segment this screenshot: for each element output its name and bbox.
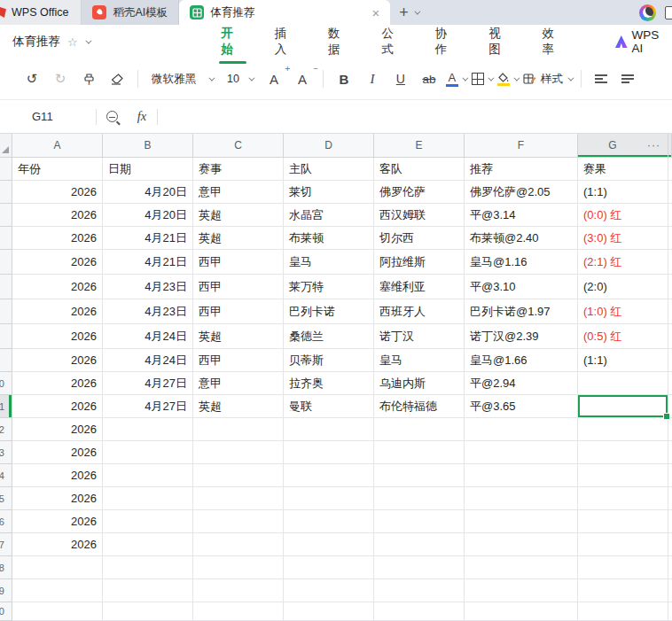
cell-F16[interactable] <box>465 510 578 533</box>
cell-C15[interactable] <box>193 487 284 510</box>
cell-G8[interactable]: (0:5) 红 <box>578 324 668 349</box>
row-header-12[interactable]: 12 <box>0 418 12 441</box>
align-top-icon[interactable] <box>595 74 607 83</box>
increase-font-button[interactable]: A＋ <box>262 66 285 92</box>
cell-B13[interactable] <box>103 441 193 464</box>
cell-F18[interactable] <box>465 556 578 579</box>
cell-F9[interactable]: 皇马@1.66 <box>465 349 578 372</box>
cell-E9[interactable]: 皇马 <box>374 349 465 372</box>
cell-E19[interactable] <box>374 579 465 602</box>
cell-C14[interactable] <box>193 464 284 487</box>
tab-efficiency[interactable]: 效率 <box>541 18 567 66</box>
tab-wps-ai[interactable]: WPS AI <box>615 28 672 55</box>
cell-C5[interactable]: 西甲 <box>193 250 284 275</box>
cell-E18[interactable] <box>374 556 465 579</box>
cell-A15[interactable]: 2026 <box>12 487 103 510</box>
cell-styles-button[interactable]: 样式 <box>523 72 572 87</box>
cell-F7[interactable]: 巴列卡诺@1.97 <box>465 299 578 324</box>
cell-G13[interactable] <box>578 441 668 464</box>
cell-A5[interactable]: 2026 <box>12 250 103 275</box>
tab-data[interactable]: 数据 <box>326 18 353 66</box>
column-header-C[interactable]: C <box>193 134 284 157</box>
cell-D15[interactable] <box>284 487 374 510</box>
cell-F3[interactable]: 平@3.14 <box>465 204 578 227</box>
cell-B10[interactable]: 4月27日 <box>103 372 193 395</box>
cell-G14[interactable] <box>578 464 668 487</box>
row-header-19[interactable]: 19 <box>0 579 12 602</box>
zoom-out-icon[interactable] <box>97 100 127 133</box>
undo-button[interactable]: ↺ <box>20 66 43 92</box>
cell-A12[interactable]: 2026 <box>12 418 103 441</box>
cell-F2[interactable]: 佛罗伦萨@2.05 <box>465 181 578 204</box>
cell-G20[interactable] <box>578 602 668 621</box>
cell-E13[interactable] <box>374 441 465 464</box>
cell-A9[interactable]: 2026 <box>12 349 103 372</box>
row-header-20[interactable]: 20 <box>0 602 12 621</box>
row-header-5[interactable] <box>0 250 12 275</box>
cell-A4[interactable]: 2026 <box>12 227 103 250</box>
cell-E7[interactable]: 西班牙人 <box>374 299 465 324</box>
cell-C1[interactable]: 赛事 <box>193 158 284 181</box>
insert-function-icon[interactable]: fx <box>127 100 157 133</box>
row-header-18[interactable]: 18 <box>0 556 12 579</box>
cell-B19[interactable] <box>103 579 193 602</box>
row-header-6[interactable] <box>0 275 12 299</box>
tab-formula[interactable]: 公式 <box>379 18 406 66</box>
cell-F5[interactable]: 皇马@1.16 <box>465 250 578 275</box>
wps-office-home-tab[interactable]: WPS Office <box>0 0 82 25</box>
cell-B3[interactable]: 4月20日 <box>103 204 193 227</box>
cell-F14[interactable] <box>465 464 578 487</box>
cell-G6[interactable]: (2:0) <box>578 275 668 299</box>
eraser-icon[interactable] <box>105 66 129 92</box>
cell-A7[interactable]: 2026 <box>12 299 103 324</box>
cell-D10[interactable]: 拉齐奥 <box>284 372 374 395</box>
row-header-8[interactable] <box>0 324 12 349</box>
cell-A6[interactable]: 2026 <box>12 275 103 299</box>
tab-insert[interactable]: 插入 <box>273 18 300 66</box>
cell-F1[interactable]: 推荐 <box>465 158 578 181</box>
cell-F19[interactable] <box>465 579 578 602</box>
cell-A20[interactable] <box>12 602 103 621</box>
cell-B7[interactable]: 4月23日 <box>103 299 193 324</box>
cell-F17[interactable] <box>465 533 578 556</box>
cell-A11[interactable]: 2026 <box>12 395 103 418</box>
row-header-1[interactable] <box>0 158 12 181</box>
close-tab-icon[interactable]: × <box>371 6 379 19</box>
cell-B15[interactable] <box>103 487 193 510</box>
cell-D6[interactable]: 莱万特 <box>284 275 374 299</box>
font-name-select[interactable]: 微软雅黑 <box>146 72 218 87</box>
cell-A1[interactable]: 年份 <box>12 158 103 181</box>
row-header-11[interactable]: 11 <box>0 395 12 418</box>
cell-G3[interactable]: (0:0) 红 <box>578 204 668 227</box>
cell-E4[interactable]: 切尔西 <box>374 227 465 250</box>
cell-C7[interactable]: 西甲 <box>193 299 284 324</box>
tab-daoke-ai-template[interactable]: 稻壳AI模板 <box>82 0 179 25</box>
cell-G17[interactable] <box>578 533 668 556</box>
user-avatar[interactable] <box>639 4 656 21</box>
cell-A19[interactable] <box>12 579 103 602</box>
cell-B9[interactable]: 4月24日 <box>103 349 193 372</box>
cell-C9[interactable]: 西甲 <box>193 349 284 372</box>
cell-E6[interactable]: 塞维利亚 <box>374 275 465 299</box>
bold-button[interactable]: B <box>332 66 356 92</box>
column-overflow-menu-icon[interactable]: ··· <box>647 139 668 151</box>
fill-color-button[interactable] <box>497 73 518 86</box>
cell-D17[interactable] <box>284 533 374 556</box>
cell-G15[interactable] <box>578 487 668 510</box>
cell-B4[interactable]: 4月21日 <box>103 227 193 250</box>
cell-D1[interactable]: 主队 <box>284 158 374 181</box>
cell-B16[interactable] <box>103 510 193 533</box>
cell-D8[interactable]: 桑德兰 <box>284 324 374 349</box>
column-header-B[interactable]: B <box>103 134 193 157</box>
cell-A14[interactable]: 2026 <box>12 464 103 487</box>
cell-B18[interactable] <box>103 556 193 579</box>
cell-C20[interactable] <box>193 602 284 621</box>
tab-list-chevron-icon[interactable] <box>414 8 420 14</box>
row-header-3[interactable] <box>0 204 12 227</box>
column-header-A[interactable]: A <box>12 134 103 157</box>
cell-E5[interactable]: 阿拉维斯 <box>374 250 465 275</box>
favorite-star-icon[interactable]: ☆ <box>67 35 78 49</box>
cell-B14[interactable] <box>103 464 193 487</box>
cell-G4[interactable]: (3:0) 红 <box>578 227 668 250</box>
cell-D20[interactable] <box>284 602 374 621</box>
